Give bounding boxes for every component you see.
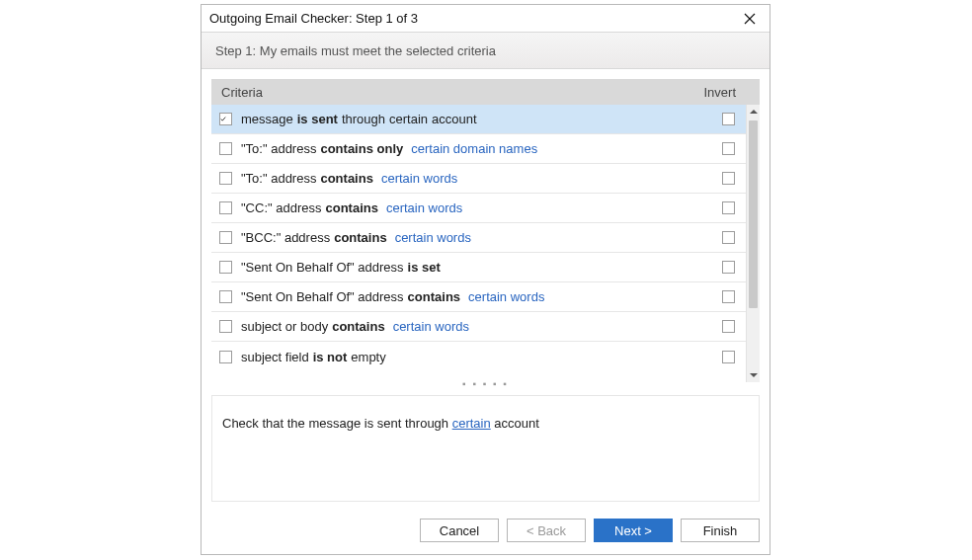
criteria-label: "CC:" address contains certain words [241, 200, 709, 215]
criteria-enable-checkbox[interactable] [219, 261, 232, 274]
criteria-row[interactable]: "BCC:" address contains certain words [211, 223, 746, 253]
criteria-label: message is sent through certain account [241, 112, 709, 126]
criteria-row[interactable]: "Sent On Behalf Of" address contains cer… [211, 282, 746, 312]
criteria-row[interactable]: subject or body contains certain words [211, 312, 746, 342]
criteria-enable-checkbox[interactable] [219, 172, 232, 185]
criteria-text-segment: through [342, 112, 385, 126]
criteria-param-link[interactable]: certain words [386, 200, 462, 215]
criteria-enable-checkbox[interactable] [219, 231, 232, 244]
criteria-text-segment: contains [320, 171, 372, 186]
criteria-text-segment: is not [313, 350, 348, 364]
criteria-invert-checkbox[interactable] [722, 290, 735, 303]
criteria-param-link[interactable]: certain words [381, 171, 457, 186]
criteria-enable-checkbox[interactable] [219, 142, 232, 155]
criteria-text-segment: "To:" address [241, 171, 316, 186]
criteria-text-segment: contains [325, 200, 377, 215]
close-button[interactable] [736, 8, 764, 30]
preview-text-after: account [491, 416, 539, 431]
criteria-enable-checkbox[interactable] [219, 201, 232, 214]
cancel-button[interactable]: Cancel [420, 519, 499, 542]
criteria-text-segment: subject or body [241, 319, 328, 334]
criteria-invert-checkbox[interactable] [722, 261, 735, 274]
criteria-invert-checkbox[interactable] [722, 320, 735, 333]
criteria-row[interactable]: "CC:" address contains certain words [211, 194, 746, 223]
criteria-text-segment: message [241, 112, 293, 126]
criteria-param-link[interactable]: certain words [395, 230, 471, 245]
criteria-text-segment: empty [351, 350, 385, 364]
wizard-buttons: Cancel < Back Next > Finish [202, 507, 770, 554]
step-description: Step 1: My emails must meet the selected… [202, 33, 770, 69]
criteria-param-link[interactable]: certain words [468, 289, 544, 304]
criteria-text-segment: "CC:" address [241, 200, 321, 215]
preview-account-link[interactable]: certain [452, 416, 491, 431]
resize-gripper[interactable]: ▪ ▪ ▪ ▪ ▪ [211, 382, 760, 390]
window-title: Outgoing Email Checker: Step 1 of 3 [209, 11, 736, 26]
criteria-param-link[interactable]: certain domain names [411, 141, 537, 156]
titlebar: Outgoing Email Checker: Step 1 of 3 [202, 5, 770, 33]
criteria-label: "BCC:" address contains certain words [241, 230, 709, 245]
criteria-text-segment: account [432, 112, 477, 126]
chevron-up-icon [750, 110, 758, 114]
criteria-invert-checkbox[interactable] [722, 113, 735, 125]
chevron-down-icon [750, 373, 758, 377]
criteria-text-segment: "BCC:" address [241, 230, 330, 245]
scroll-up-button[interactable] [747, 105, 760, 119]
rule-preview-panel: Check that the message is sent through c… [211, 395, 760, 502]
criteria-label: subject field is not empty [241, 350, 709, 364]
criteria-invert-checkbox[interactable] [722, 201, 735, 214]
column-header-invert: Invert [703, 85, 736, 100]
criteria-param-link[interactable]: certain words [393, 319, 469, 334]
column-header-criteria: Criteria [221, 85, 703, 100]
criteria-text-segment: is set [408, 260, 441, 275]
criteria-row[interactable]: "To:" address contains only certain doma… [211, 134, 746, 164]
criteria-row[interactable]: message is sent through certain account [211, 105, 746, 134]
criteria-invert-checkbox[interactable] [722, 142, 735, 155]
criteria-label: "Sent On Behalf Of" address contains cer… [241, 289, 709, 304]
scrollbar-thumb[interactable] [749, 120, 758, 308]
criteria-enable-checkbox[interactable] [219, 290, 232, 303]
criteria-label: "Sent On Behalf Of" address is set [241, 260, 709, 275]
scroll-down-button[interactable] [747, 368, 760, 382]
wizard-dialog: Outgoing Email Checker: Step 1 of 3 Step… [201, 4, 770, 555]
criteria-text-segment: "Sent On Behalf Of" address [241, 260, 404, 275]
criteria-label: subject or body contains certain words [241, 319, 709, 334]
criteria-row[interactable]: "To:" address contains certain words [211, 164, 746, 194]
criteria-text-segment: is sent [297, 112, 338, 126]
criteria-text-segment: certain [389, 112, 428, 126]
criteria-invert-checkbox[interactable] [722, 172, 735, 185]
criteria-text-segment: subject field [241, 350, 309, 364]
criteria-label: "To:" address contains only certain doma… [241, 141, 709, 156]
criteria-text-segment: contains [332, 319, 384, 334]
criteria-text-segment: contains only [320, 141, 403, 156]
grid-header: Criteria Invert [211, 79, 760, 105]
finish-button[interactable]: Finish [681, 519, 760, 542]
criteria-label: "To:" address contains certain words [241, 171, 709, 186]
criteria-invert-checkbox[interactable] [722, 351, 735, 363]
close-icon [744, 13, 756, 25]
criteria-row[interactable]: "Sent On Behalf Of" address is set [211, 253, 746, 282]
preview-text-before: Check that the message is sent through [222, 416, 452, 431]
criteria-invert-checkbox[interactable] [722, 231, 735, 244]
back-button[interactable]: < Back [507, 519, 586, 542]
next-button[interactable]: Next > [594, 519, 673, 542]
criteria-enable-checkbox[interactable] [219, 113, 232, 125]
criteria-row[interactable]: subject field is not empty [211, 342, 746, 371]
criteria-text-segment: contains [408, 289, 460, 304]
criteria-text-segment: "Sent On Behalf Of" address [241, 289, 404, 304]
criteria-grid: Criteria Invert message is sent through … [211, 79, 760, 382]
criteria-enable-checkbox[interactable] [219, 320, 232, 333]
criteria-text-segment: contains [334, 230, 386, 245]
criteria-enable-checkbox[interactable] [219, 351, 232, 363]
vertical-scrollbar[interactable] [746, 105, 760, 382]
criteria-text-segment: "To:" address [241, 141, 316, 156]
grid-body: message is sent through certain account"… [211, 105, 746, 382]
